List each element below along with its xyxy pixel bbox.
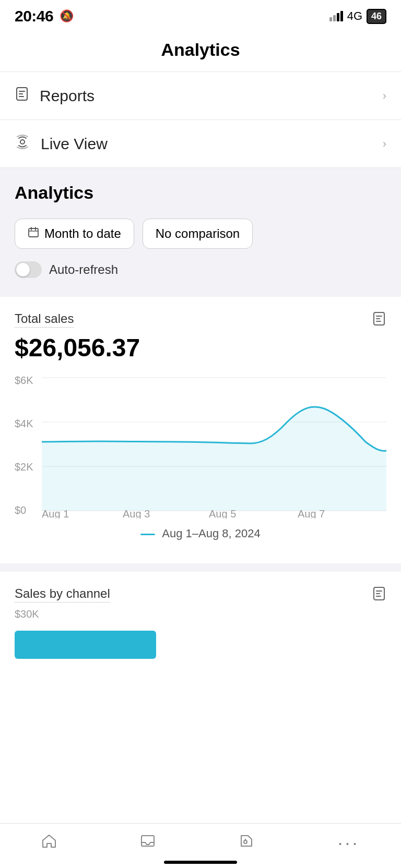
liveview-chevron: ›	[383, 137, 386, 151]
comparison-filter-label: No comparison	[156, 226, 240, 241]
nav-item-more[interactable]: ···	[337, 834, 359, 852]
network-label: 4G	[347, 9, 362, 23]
filter-row: Month to date No comparison	[15, 219, 386, 249]
page-title-bar: Analytics	[0, 30, 401, 71]
svg-rect-12	[376, 321, 381, 322]
bottom-padding	[0, 690, 401, 753]
section-divider	[0, 563, 401, 572]
x-label-aug7: Aug 7	[298, 508, 325, 519]
analytics-section-title: Analytics	[15, 183, 386, 203]
menu-item-reports[interactable]: Reports ›	[0, 72, 401, 120]
auto-refresh-label: Auto-refresh	[49, 262, 118, 277]
comparison-filter-button[interactable]: No comparison	[143, 219, 253, 249]
chart-legend-label: Aug 1–Aug 8, 2024	[162, 527, 260, 540]
more-icon: ···	[337, 834, 359, 852]
home-indicator	[164, 861, 237, 864]
date-filter-button[interactable]: Month to date	[15, 219, 134, 249]
nav-item-products[interactable]	[239, 833, 254, 852]
auto-refresh-row: Auto-refresh	[15, 261, 386, 278]
y-label-6k: $6K	[15, 375, 42, 387]
menu-section: Reports › Live View ›	[0, 71, 401, 168]
y-label-2k: $2K	[15, 461, 42, 473]
total-sales-report-icon[interactable]	[372, 311, 386, 329]
chart-legend: Aug 1–Aug 8, 2024	[15, 519, 386, 555]
total-sales-card: Total sales $26,056.37 $6K $4K $2K $0	[0, 297, 401, 555]
auto-refresh-toggle[interactable]	[15, 261, 42, 278]
chart-bottom-space	[15, 659, 386, 690]
signal-icon	[329, 11, 343, 21]
status-icons: 4G 46	[329, 9, 386, 24]
x-label-aug1: Aug 1	[42, 508, 69, 519]
sales-channel-report-icon[interactable]	[372, 586, 386, 604]
total-sales-svg: Aug 1 Aug 3 Aug 5 Aug 7	[42, 372, 386, 519]
bell-icon: 🔕	[60, 9, 74, 23]
total-sales-title: Total sales	[15, 311, 74, 328]
svg-point-4	[20, 140, 25, 144]
status-time: 20:46	[15, 7, 53, 25]
status-bar: 20:46 🔕 4G 46	[0, 0, 401, 30]
liveview-label: Live View	[41, 135, 108, 153]
channel-y-label: $30K	[15, 608, 386, 620]
svg-rect-11	[376, 318, 380, 319]
svg-rect-1	[19, 91, 25, 92]
svg-rect-3	[19, 96, 24, 97]
page-title: Analytics	[0, 40, 401, 60]
total-sales-chart: $6K $4K $2K $0 Aug 1 Aug 3 Aug 5 Aug 7	[15, 372, 386, 519]
home-icon	[41, 833, 57, 852]
nav-item-inbox[interactable]	[140, 833, 156, 852]
svg-rect-19	[376, 593, 380, 594]
nav-item-home[interactable]	[41, 833, 57, 852]
inbox-icon	[140, 833, 156, 852]
battery-indicator: 46	[367, 9, 386, 24]
reports-chevron: ›	[383, 89, 386, 103]
svg-rect-2	[19, 93, 23, 94]
svg-rect-18	[376, 590, 382, 592]
svg-rect-10	[376, 316, 382, 317]
reports-label: Reports	[40, 87, 95, 105]
total-sales-value: $26,056.37	[15, 333, 386, 362]
products-icon	[239, 833, 254, 852]
sales-channel-title: Sales by channel	[15, 586, 110, 602]
reports-icon	[15, 87, 29, 105]
date-filter-label: Month to date	[44, 226, 121, 241]
y-label-4k: $4K	[15, 418, 42, 430]
channel-bar-wrap	[15, 620, 386, 659]
svg-rect-5	[29, 228, 38, 237]
sales-by-channel-card: Sales by channel $30K	[0, 572, 401, 690]
x-label-aug3: Aug 3	[123, 508, 150, 519]
x-label-aug5: Aug 5	[209, 508, 236, 519]
svg-rect-20	[376, 596, 381, 597]
y-label-0: $0	[15, 504, 42, 516]
legend-line-icon	[140, 534, 155, 535]
channel-bar-1	[15, 631, 156, 659]
calendar-icon	[28, 226, 39, 241]
menu-item-liveview[interactable]: Live View ›	[0, 120, 401, 168]
svg-point-22	[244, 840, 247, 843]
analytics-controls-section: Analytics Month to date No comparison Au…	[0, 168, 401, 297]
liveview-icon	[15, 135, 30, 153]
